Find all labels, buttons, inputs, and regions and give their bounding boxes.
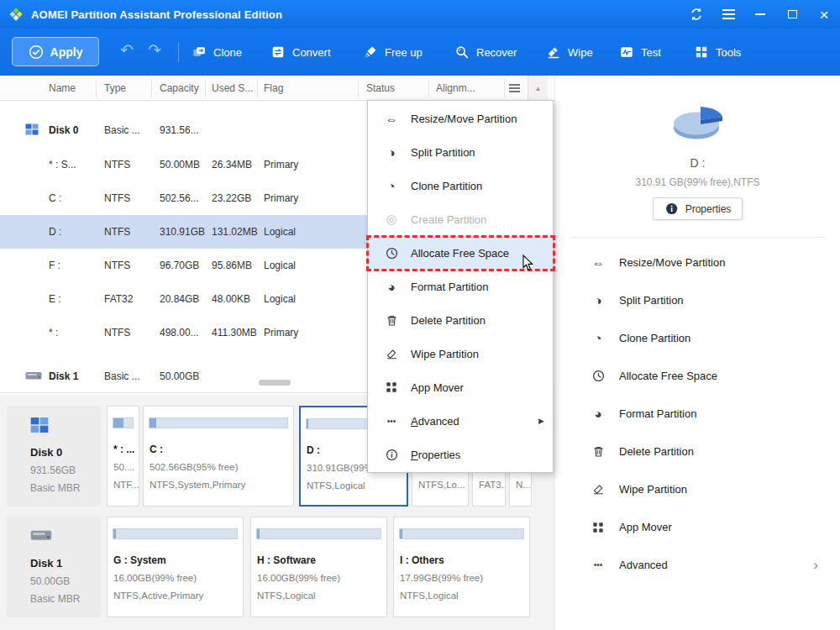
- partition-used: 131.02MB: [212, 226, 258, 238]
- partition-block-system-reserved[interactable]: * : ... 50.... NTF...: [107, 406, 139, 507]
- convert-label: Convert: [292, 46, 331, 59]
- recover-label: Recover: [476, 46, 517, 59]
- partition-block-h[interactable]: H : Software 16.00GB(99% free) NTFS,Logi…: [250, 517, 387, 617]
- action-wipe[interactable]: Wipe Partition: [555, 470, 840, 508]
- close-icon[interactable]: ×: [808, 0, 840, 29]
- menu-item-clone[interactable]: ◔ Clone Partition: [368, 169, 553, 202]
- maximize-icon[interactable]: [776, 0, 808, 29]
- redo-button[interactable]: ↷: [148, 40, 161, 60]
- basic-disk-icon: [30, 417, 49, 437]
- usage-bar: [149, 417, 288, 428]
- disk-capacity: 50.00GB: [160, 370, 199, 382]
- partition-flag: Primary: [264, 327, 298, 339]
- wipe-icon: [591, 483, 606, 496]
- minimize-icon[interactable]: [744, 0, 776, 29]
- resize-move-icon: ⇔: [591, 255, 606, 270]
- toolbar-separator: [178, 42, 179, 62]
- allocate-icon: [591, 370, 606, 382]
- menu-item-app-mover[interactable]: App Mover: [368, 370, 553, 404]
- column-header-status[interactable]: Status: [366, 82, 395, 94]
- partition-size: 502.56GB(95% free): [150, 462, 238, 472]
- column-header-alignment[interactable]: Alignm...: [436, 82, 475, 94]
- partition-block-c[interactable]: C : 502.56GB(95% free) NTFS,System,Prima…: [143, 406, 294, 507]
- sync-icon[interactable]: [680, 0, 712, 29]
- action-advanced[interactable]: ••• Advanced ›: [555, 546, 840, 584]
- column-header-capacity[interactable]: Capacity: [160, 82, 199, 94]
- disk-name: Disk 0: [49, 124, 78, 136]
- column-header-type[interactable]: Type: [104, 82, 126, 94]
- partition-fs: NTFS,Logical: [257, 591, 316, 601]
- tools-button[interactable]: Tools: [694, 29, 741, 76]
- scroll-up-arrow[interactable]: ▲: [528, 76, 548, 101]
- convert-button[interactable]: Convert: [270, 29, 331, 76]
- menu-item-advanced[interactable]: ••• Advanced ▶: [368, 404, 553, 438]
- horizontal-scrollbar-thumb[interactable]: [259, 380, 291, 386]
- action-clone[interactable]: ◔ Clone Partition: [555, 319, 840, 357]
- disk1-group: Disk 1 50.00GB Basic MBR G : System 16.0…: [7, 517, 544, 617]
- clone-button[interactable]: Clone: [192, 29, 242, 76]
- app-window: AOMEI Partition Assistant Professional E…: [0, 0, 840, 630]
- disk0-label-block[interactable]: Disk 0 931.56GB Basic MBR: [7, 406, 101, 507]
- partition-capacity: 502.56...: [160, 192, 199, 204]
- partition-capacity: 20.84GB: [160, 293, 199, 305]
- action-label: App Mover: [619, 521, 672, 533]
- properties-button[interactable]: Properties: [653, 197, 743, 220]
- menu-item-label: App Mover: [411, 381, 464, 394]
- apply-button[interactable]: Apply: [12, 37, 99, 66]
- wipe-button[interactable]: Wipe: [546, 29, 593, 76]
- action-label: Delete Partition: [619, 445, 694, 458]
- partition-name: * : S...: [49, 159, 76, 171]
- partition-fs: NTFS,Logical: [400, 591, 459, 601]
- menu-item-resize-move[interactable]: ⇔ Resize/Move Partition: [368, 102, 553, 135]
- menu-item-label: Allocate Free Space: [411, 247, 509, 260]
- partition-block-g[interactable]: G : System 16.00GB(99% free) NTFS,Active…: [107, 517, 244, 617]
- partition-size: 50....: [113, 462, 135, 472]
- partition-capacity: 498.00...: [160, 327, 199, 339]
- partition-size: 17.99GB(99% free): [400, 573, 483, 583]
- column-header-flag[interactable]: Flag: [264, 82, 283, 94]
- menu-item-label: Clone Partition: [411, 180, 482, 192]
- partition-fs: NTFS,Lo...: [418, 480, 465, 490]
- menu-item-wipe[interactable]: Wipe Partition: [368, 337, 553, 370]
- action-label: Split Partition: [619, 294, 684, 307]
- action-resize-move[interactable]: ⇔ Resize/Move Partition: [555, 244, 840, 281]
- info-icon: [664, 202, 680, 215]
- disk1-label-block[interactable]: Disk 1 50.00GB Basic MBR: [7, 517, 101, 617]
- free-up-button[interactable]: Free up: [363, 29, 423, 76]
- recover-button[interactable]: Recover: [454, 29, 517, 76]
- column-header-name[interactable]: Name: [49, 82, 76, 94]
- action-app-mover[interactable]: App Mover: [555, 508, 840, 546]
- partition-used: 26.34MB: [212, 159, 252, 171]
- menu-item-properties[interactable]: Properties: [368, 438, 553, 471]
- advanced-icon: •••: [384, 417, 399, 426]
- undo-button[interactable]: ↶: [120, 40, 134, 60]
- action-delete[interactable]: Delete Partition: [555, 433, 840, 470]
- partition-name: F :: [49, 260, 60, 271]
- menu-item-format[interactable]: ◕ Format Partition: [368, 270, 553, 303]
- menu-item-label: Wipe Partition: [411, 348, 479, 360]
- clone-tool-icon: [192, 44, 207, 60]
- action-format[interactable]: ◕ Format Partition: [555, 395, 840, 433]
- partition-used: 411.30MB: [212, 327, 257, 339]
- menu-item-create-disabled: ◎ Create Partition: [368, 202, 553, 236]
- action-split[interactable]: ◑ Split Partition: [555, 281, 840, 319]
- menu-item-delete[interactable]: Delete Partition: [368, 303, 553, 337]
- partition-name: G : System: [113, 554, 166, 566]
- usage-bar: [399, 528, 524, 539]
- free-up-label: Free up: [385, 46, 423, 59]
- usage-bar: [113, 417, 134, 428]
- titlebar-controls: ×: [680, 0, 840, 29]
- column-options-icon[interactable]: [509, 84, 520, 92]
- partition-flag: Logical: [264, 260, 296, 271]
- test-button[interactable]: Test: [619, 29, 661, 76]
- menu-item-split[interactable]: ◑ Split Partition: [368, 135, 553, 169]
- partition-size: 16.00GB(99% free): [113, 573, 197, 583]
- action-allocate-free-space[interactable]: Allocate Free Space: [555, 357, 840, 395]
- column-header-used[interactable]: Used S...: [212, 82, 253, 94]
- hard-drive-icon: [30, 528, 52, 546]
- menu-item-allocate-free-space[interactable]: Allocate Free Space: [368, 236, 553, 270]
- menu-icon[interactable]: [712, 0, 744, 29]
- partition-block-i[interactable]: I : Others 17.99GB(99% free) NTFS,Logica…: [393, 517, 530, 617]
- clone-label: Clone: [213, 46, 242, 59]
- partition-used: 48.00KB: [212, 293, 250, 305]
